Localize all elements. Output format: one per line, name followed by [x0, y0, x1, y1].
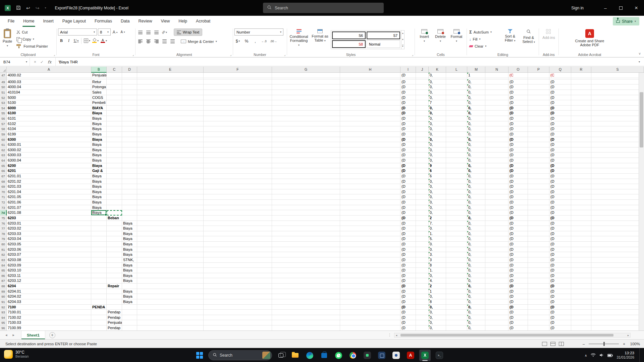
cell-R81[interactable]: [571, 247, 591, 252]
cell-H74[interactable]: [340, 210, 400, 216]
cell-D78[interactable]: Biaya: [122, 231, 137, 237]
cell-D60[interactable]: [122, 137, 137, 142]
cell-E53[interactable]: [137, 100, 204, 106]
cell-L56[interactable]: [446, 116, 467, 121]
column-header-P[interactable]: P: [528, 67, 549, 73]
row-header-96[interactable]: 96: [0, 325, 7, 330]
row-header-92[interactable]: 92: [0, 305, 7, 310]
insert-cells-button[interactable]: Insert▾: [416, 28, 432, 44]
normal-view-icon[interactable]: [542, 342, 547, 346]
cell-G71[interactable]: [272, 194, 340, 200]
cell-B74[interactable]: Biaya: [91, 210, 107, 216]
cell-N94[interactable]: [485, 315, 508, 320]
cell-B60[interactable]: Biaya: [91, 137, 107, 142]
cell-D70[interactable]: [122, 189, 137, 195]
cell-O80[interactable]: (D: [508, 242, 528, 247]
cell-E74[interactable]: [137, 210, 204, 216]
cell-C60[interactable]: [107, 137, 122, 142]
cell-O56[interactable]: (D: [508, 116, 528, 121]
cell-R65[interactable]: [571, 163, 591, 169]
cell-L63[interactable]: [446, 153, 467, 158]
cell-J84[interactable]: [416, 263, 429, 268]
cell-C80[interactable]: [107, 242, 122, 247]
column-header-D[interactable]: D: [122, 67, 137, 73]
cell-J50[interactable]: [416, 84, 429, 90]
cell-H80[interactable]: [340, 242, 400, 247]
cell-B49[interactable]: Retur: [91, 79, 107, 85]
cell-R49[interactable]: [571, 79, 591, 85]
cell-O63[interactable]: (D: [508, 153, 528, 158]
cell-D75[interactable]: [122, 216, 137, 221]
cell-R63[interactable]: [571, 153, 591, 158]
cell-F77[interactable]: [204, 226, 272, 231]
cell-G51[interactable]: [272, 90, 340, 95]
cell-H50[interactable]: [340, 84, 400, 90]
cell-J96[interactable]: [416, 325, 429, 330]
cell-J60[interactable]: [416, 137, 429, 142]
cell-L79[interactable]: [446, 236, 467, 242]
cell-P52[interactable]: [528, 95, 549, 101]
cell-R94[interactable]: [571, 315, 591, 320]
cell-R77[interactable]: [571, 226, 591, 231]
row-header-65[interactable]: 65: [0, 163, 7, 169]
cell-A93[interactable]: 7100.01: [7, 310, 91, 315]
cell-R64[interactable]: [571, 158, 591, 163]
cell-B59[interactable]: Biaya: [91, 132, 107, 137]
cell-K66[interactable]: 6: [429, 168, 446, 174]
cell-L68[interactable]: [446, 179, 467, 184]
cell-N78[interactable]: [485, 231, 508, 237]
cell-E93[interactable]: [137, 310, 204, 315]
cell-J95[interactable]: [416, 320, 429, 325]
cell-A85[interactable]: 6203.10: [7, 268, 91, 273]
cell-O75[interactable]: (D: [508, 216, 528, 221]
cell-N83[interactable]: [485, 257, 508, 263]
cell-A62[interactable]: 6300.02: [7, 147, 91, 153]
increase-decimal-button[interactable]: ←.0: [261, 38, 267, 45]
cell-G96[interactable]: [272, 325, 340, 330]
cell-H92[interactable]: [340, 305, 400, 310]
cell-P93[interactable]: [528, 310, 549, 315]
cell-I67[interactable]: (D: [400, 174, 416, 179]
cell-H85[interactable]: [340, 268, 400, 273]
cell-O73[interactable]: (D: [508, 205, 528, 210]
excel-taskbar-button[interactable]: X: [419, 350, 431, 361]
cell-N61[interactable]: [485, 142, 508, 147]
cell-Q62[interactable]: (D: [549, 147, 571, 153]
cell-P53[interactable]: [528, 100, 549, 106]
cell-M56[interactable]: 0,: [467, 116, 485, 121]
cell-E83[interactable]: [137, 257, 204, 263]
cell-A92[interactable]: 7100: [7, 305, 91, 310]
cell-B51[interactable]: Sales: [91, 90, 107, 95]
cell-R76[interactable]: [571, 221, 591, 226]
align-right-button[interactable]: [153, 38, 160, 45]
cell-R69[interactable]: [571, 184, 591, 189]
tab-page-layout[interactable]: Page Layout: [58, 16, 90, 27]
microsoft-store-button[interactable]: [318, 350, 330, 361]
cell-D65[interactable]: [122, 163, 137, 169]
cell-style-s6[interactable]: S6: [332, 32, 366, 39]
cell-G59[interactable]: [272, 132, 340, 137]
font-name-combo[interactable]: Arial▾: [58, 28, 97, 36]
cell-B73[interactable]: Biaya: [91, 205, 107, 210]
cell-D59[interactable]: [122, 132, 137, 137]
cell-N55[interactable]: [485, 111, 508, 116]
cell-O81[interactable]: (D: [508, 247, 528, 252]
cell-H84[interactable]: [340, 263, 400, 268]
cell-N77[interactable]: [485, 226, 508, 231]
cell-C64[interactable]: [107, 158, 122, 163]
cell-F63[interactable]: [204, 153, 272, 158]
cell-S96[interactable]: [591, 325, 644, 330]
cell-K92[interactable]: 0,: [429, 305, 446, 310]
cell-I84[interactable]: (D: [400, 263, 416, 268]
cell-H67[interactable]: [340, 174, 400, 179]
cell-G50[interactable]: [272, 84, 340, 90]
cell-Q92[interactable]: (D: [549, 305, 571, 310]
gallery-up-icon[interactable]: ▴: [402, 32, 404, 35]
cell-P69[interactable]: [528, 184, 549, 189]
row-header-76[interactable]: 76: [0, 221, 7, 226]
cell-K47[interactable]: 0,: [429, 73, 446, 78]
cell-D56[interactable]: [122, 116, 137, 121]
cell-F67[interactable]: [204, 174, 272, 179]
cell-O86[interactable]: (D: [508, 273, 528, 279]
cell-A82[interactable]: 6203.07: [7, 252, 91, 257]
